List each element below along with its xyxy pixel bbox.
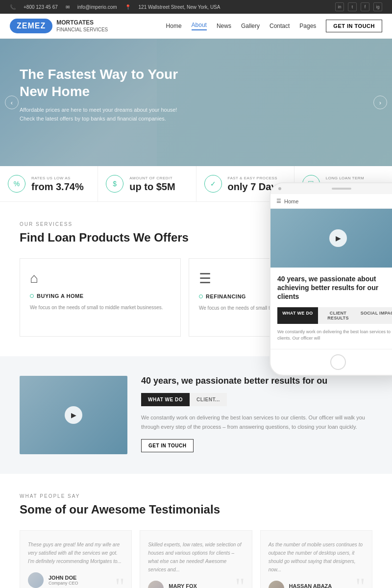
stat-credit-content: AMOUNT OF CREDIT up to $5M xyxy=(129,176,175,192)
email-address: info@imperio.com xyxy=(77,4,117,10)
phone-speaker xyxy=(332,188,351,190)
logo-badge[interactable]: ZEMEZ xyxy=(10,19,52,33)
phone-icon: 📞 xyxy=(10,4,16,10)
about-title: 40 years, we passionate better results f… xyxy=(141,376,372,386)
testimonial-3-text: As the number of mobile users continues … xyxy=(269,540,364,574)
services-section: OUR SERVICESS Find Loan Products We Offe… xyxy=(0,202,392,356)
phone-nav-label: Home xyxy=(284,198,298,204)
email-icon: ✉ xyxy=(66,4,70,10)
stat-credit-value: up to $5M xyxy=(129,182,175,192)
nav-contact[interactable]: Contact xyxy=(270,23,290,29)
testimonial-2-text: Skilled experts, low rates, wide selecti… xyxy=(148,540,244,574)
phone-tab-clientresults[interactable]: CLIENT RESULTS xyxy=(318,307,359,324)
about-get-in-touch-button[interactable]: GET IN TOUCH xyxy=(141,439,194,452)
hero-prev-arrow[interactable]: ‹ xyxy=(5,96,19,109)
phone-tab-socialimpact[interactable]: SOCIAL IMPACT xyxy=(358,307,392,324)
phone-number: +800 123 45 67 xyxy=(24,4,58,10)
stat-rates-content: RATES US LOW AS from 3.74% xyxy=(31,176,84,192)
nav-news[interactable]: News xyxy=(217,23,231,29)
stat-credit-label: AMOUNT OF CREDIT xyxy=(129,176,175,180)
author-1-role: Company CEO xyxy=(49,581,78,586)
nav-pages[interactable]: Pages xyxy=(299,23,316,29)
testimonial-1-author: JOHN DOE Company CEO xyxy=(28,572,123,588)
author-2-name: MARY FOX xyxy=(169,583,198,588)
phone-heading: 40 years, we passionate about achieving … xyxy=(277,274,392,301)
top-bar: 📞 +800 123 45 67 ✉ info@imperio.com 📍 12… xyxy=(0,0,392,14)
testimonial-2: Skilled experts, low rates, wide selecti… xyxy=(140,530,252,588)
hero-subtitle: Affordable prices are here to meet your … xyxy=(20,106,186,123)
testimonial-1: These guys are great! Me and my wife are… xyxy=(20,530,132,588)
testimonials-title: Some of our Awesome Testimonials xyxy=(20,503,372,516)
twitter-icon[interactable]: t xyxy=(348,2,357,11)
get-in-touch-button[interactable]: GET IN TOUCH xyxy=(326,20,382,32)
facebook-icon[interactable]: f xyxy=(361,2,369,11)
stat-process-label: FAST & EASY PROCESS xyxy=(228,176,282,180)
service-buying-home: ⌂ BUYING A HOME We focus on the needs of… xyxy=(20,258,181,337)
author-1-info: JOHN DOE Company CEO xyxy=(49,575,78,586)
location-icon: 📍 xyxy=(125,4,131,10)
play-button[interactable]: ▶ xyxy=(329,229,347,247)
stat-credit: $ AMOUNT OF CREDIT up to $5M xyxy=(98,166,196,201)
phone-nav: ☰ Home xyxy=(270,194,392,209)
phone-tab-whatwedo[interactable]: WHAT WE DO xyxy=(277,307,318,324)
author-3-name: HASSAN ABAZA xyxy=(289,583,332,588)
nav-links: Home About News Gallery Contact Pages GE… xyxy=(166,20,382,32)
hero-content: The Fastest Way to Your New Home Afforda… xyxy=(0,39,206,150)
testimonial-3: As the number of mobile users continues … xyxy=(260,530,372,588)
phone-camera xyxy=(278,187,281,190)
phone-tabs: WHAT WE DO CLIENT RESULTS SOCIAL IMPACT xyxy=(277,307,392,324)
nav-gallery[interactable]: Gallery xyxy=(241,23,260,29)
about-play-button[interactable]: ▶ xyxy=(65,406,82,424)
stat-rates-value: from 3.74% xyxy=(31,182,84,192)
quote-mark-2: " xyxy=(235,575,245,588)
phone-bottom xyxy=(270,349,392,375)
quote-mark-1: " xyxy=(115,575,125,588)
nav-about[interactable]: About xyxy=(192,22,207,30)
top-bar-contact: 📞 +800 123 45 67 ✉ info@imperio.com 📍 12… xyxy=(10,4,220,10)
phone-mockup: ☰ Home ▶ 40 years, we passionate about a… xyxy=(270,182,392,376)
credit-icon: $ xyxy=(106,175,123,193)
testimonial-1-text: These guys are great! Me and my wife are… xyxy=(28,540,123,565)
stat-rates: % RATES US LOW AS from 3.74% xyxy=(0,166,98,201)
address-text: 121 Wallstreet Street, New York, USA xyxy=(139,4,220,10)
stat-loan-term-label: LONG LOAN TERM xyxy=(326,176,364,180)
author-2-info: MARY FOX Company CEO xyxy=(169,583,198,588)
process-icon: ✓ xyxy=(204,175,222,193)
nav-home[interactable]: Home xyxy=(166,23,182,29)
author-3-info: HASSAN ABAZA Company CEO xyxy=(289,583,332,588)
hero-next-arrow[interactable]: › xyxy=(373,96,387,109)
author-2-avatar xyxy=(148,581,164,588)
buying-home-icon: ⌂ xyxy=(30,270,171,286)
navbar: ZEMEZ MORTGATES FINANCIAL SERVICES Home … xyxy=(0,14,392,39)
about-video-thumb[interactable]: ▶ xyxy=(20,376,127,454)
phone-home-button[interactable] xyxy=(330,354,346,370)
hero-title: The Fastest Way to Your New Home xyxy=(20,66,186,100)
logo-area: ZEMEZ MORTGATES FINANCIAL SERVICES xyxy=(10,19,108,33)
author-1-name: JOHN DOE xyxy=(49,575,78,581)
phone-top-bar xyxy=(270,183,392,194)
phone-body-text: We constantly work on delivering the bes… xyxy=(277,329,392,342)
hero-section: ‹ The Fastest Way to Your New Home Affor… xyxy=(0,39,392,166)
linkedin-icon[interactable]: in xyxy=(335,2,344,11)
testimonial-2-author: MARY FOX Company CEO xyxy=(148,581,244,588)
testimonials-tag: WHAT PEOPLE SAY xyxy=(20,493,372,499)
instagram-icon[interactable]: ig xyxy=(373,2,382,11)
testimonial-grid: These guys are great! Me and my wife are… xyxy=(20,530,372,588)
about-text: 40 years, we passionate better results f… xyxy=(127,376,372,452)
testimonial-3-author: HASSAN ABAZA Company CEO xyxy=(269,581,364,588)
rates-icon: % xyxy=(8,175,25,193)
buying-home-name: BUYING A HOME xyxy=(30,293,171,299)
author-1-avatar xyxy=(28,572,44,588)
phone-content: 40 years, we passionate about achieving … xyxy=(270,268,392,349)
about-tab-client[interactable]: CLIENT... xyxy=(190,393,227,406)
testimonials-section: WHAT PEOPLE SAY Some of our Awesome Test… xyxy=(0,474,392,588)
stat-rates-label: RATES US LOW AS xyxy=(31,176,84,180)
about-tabs: WHAT WE DO CLIENT... xyxy=(141,393,372,406)
phone-video-thumb[interactable]: ▶ xyxy=(270,209,392,268)
phone-menu-icon: ☰ xyxy=(276,198,281,204)
brand-name: MORTGATES FINANCIAL SERVICES xyxy=(56,19,108,33)
about-tab-whatwedo[interactable]: WHAT WE DO xyxy=(141,393,190,406)
buying-home-desc: We focus on the needs of small to middle… xyxy=(30,304,171,312)
author-3-avatar xyxy=(269,581,284,588)
quote-mark-3: " xyxy=(355,575,365,588)
